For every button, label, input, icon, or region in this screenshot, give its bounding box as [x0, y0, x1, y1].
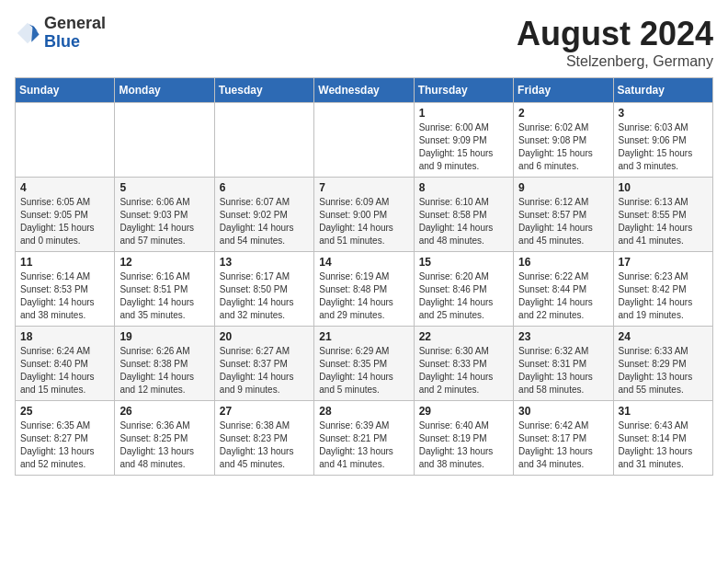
logo-blue-label: Blue: [44, 33, 106, 52]
calendar-cell: 28Sunrise: 6:39 AMSunset: 8:21 PMDayligh…: [314, 401, 414, 476]
calendar-cell: 30Sunrise: 6:42 AMSunset: 8:17 PMDayligh…: [514, 401, 613, 476]
day-info: Sunrise: 6:43 AMSunset: 8:14 PMDaylight:…: [619, 419, 708, 471]
logo-icon: [15, 20, 40, 46]
day-info: Sunrise: 6:40 AMSunset: 8:19 PMDaylight:…: [419, 419, 508, 471]
logo: General Blue: [15, 15, 106, 52]
day-number: 21: [319, 330, 408, 343]
day-info: Sunrise: 6:14 AMSunset: 8:53 PMDaylight:…: [20, 270, 109, 322]
calendar-cell: 24Sunrise: 6:33 AMSunset: 8:29 PMDayligh…: [613, 327, 712, 401]
day-number: 26: [119, 405, 209, 418]
day-info: Sunrise: 6:35 AMSunset: 8:27 PMDaylight:…: [20, 419, 109, 471]
day-info: Sunrise: 6:19 AMSunset: 8:48 PMDaylight:…: [319, 270, 408, 322]
calendar-cell: 12Sunrise: 6:16 AMSunset: 8:51 PMDayligh…: [115, 252, 214, 327]
day-info: Sunrise: 6:23 AMSunset: 8:42 PMDaylight:…: [619, 270, 708, 322]
day-number: 11: [20, 256, 109, 269]
calendar-cell: [115, 103, 214, 178]
calendar-cell: 31Sunrise: 6:43 AMSunset: 8:14 PMDayligh…: [613, 401, 712, 476]
day-number: 18: [20, 330, 109, 343]
day-info: Sunrise: 6:30 AMSunset: 8:33 PMDaylight:…: [419, 345, 508, 396]
calendar-cell: 13Sunrise: 6:17 AMSunset: 8:50 PMDayligh…: [214, 252, 313, 327]
day-number: 9: [518, 181, 608, 194]
day-number: 19: [119, 330, 209, 343]
day-info: Sunrise: 6:00 AMSunset: 9:09 PMDaylight:…: [419, 121, 508, 173]
day-number: 27: [220, 405, 309, 418]
day-info: Sunrise: 6:33 AMSunset: 8:29 PMDaylight:…: [619, 345, 708, 396]
logo-text: General Blue: [44, 15, 106, 52]
calendar-cell: [214, 103, 313, 178]
day-info: Sunrise: 6:22 AMSunset: 8:44 PMDaylight:…: [518, 270, 608, 322]
day-info: Sunrise: 6:03 AMSunset: 9:06 PMDaylight:…: [619, 121, 708, 173]
calendar-cell: 9Sunrise: 6:12 AMSunset: 8:57 PMDaylight…: [514, 178, 613, 252]
calendar-cell: 17Sunrise: 6:23 AMSunset: 8:42 PMDayligh…: [613, 252, 712, 327]
day-info: Sunrise: 6:39 AMSunset: 8:21 PMDaylight:…: [319, 419, 408, 471]
day-number: 5: [119, 181, 209, 194]
day-info: Sunrise: 6:07 AMSunset: 9:02 PMDaylight:…: [220, 196, 309, 247]
calendar-cell: 23Sunrise: 6:32 AMSunset: 8:31 PMDayligh…: [514, 327, 613, 401]
calendar-cell: 6Sunrise: 6:07 AMSunset: 9:02 PMDaylight…: [214, 178, 313, 252]
day-info: Sunrise: 6:27 AMSunset: 8:37 PMDaylight:…: [220, 345, 309, 396]
month-year-title: August 2024: [517, 15, 713, 53]
day-number: 29: [419, 405, 508, 418]
day-info: Sunrise: 6:12 AMSunset: 8:57 PMDaylight:…: [518, 196, 608, 247]
day-number: 4: [20, 181, 109, 194]
calendar-cell: 3Sunrise: 6:03 AMSunset: 9:06 PMDaylight…: [613, 103, 712, 178]
calendar-cell: 11Sunrise: 6:14 AMSunset: 8:53 PMDayligh…: [16, 252, 115, 327]
day-info: Sunrise: 6:06 AMSunset: 9:03 PMDaylight:…: [119, 196, 209, 247]
day-info: Sunrise: 6:09 AMSunset: 9:00 PMDaylight:…: [319, 196, 408, 247]
day-info: Sunrise: 6:29 AMSunset: 8:35 PMDaylight:…: [319, 345, 408, 396]
day-info: Sunrise: 6:10 AMSunset: 8:58 PMDaylight:…: [419, 196, 508, 247]
calendar-cell: 26Sunrise: 6:36 AMSunset: 8:25 PMDayligh…: [115, 401, 214, 476]
day-number: 10: [619, 181, 708, 194]
day-number: 12: [119, 256, 209, 269]
title-block: August 2024 Stelzenberg, Germany: [517, 15, 713, 70]
week-row-1: 1Sunrise: 6:00 AMSunset: 9:09 PMDaylight…: [16, 103, 713, 178]
day-number: 28: [319, 405, 408, 418]
calendar-cell: 29Sunrise: 6:40 AMSunset: 8:19 PMDayligh…: [414, 401, 513, 476]
calendar-header-row: SundayMondayTuesdayWednesdayThursdayFrid…: [16, 78, 713, 103]
day-info: Sunrise: 6:36 AMSunset: 8:25 PMDaylight:…: [119, 419, 209, 471]
calendar-cell: 21Sunrise: 6:29 AMSunset: 8:35 PMDayligh…: [314, 327, 414, 401]
day-number: 15: [419, 256, 508, 269]
day-number: 20: [220, 330, 309, 343]
calendar-cell: 27Sunrise: 6:38 AMSunset: 8:23 PMDayligh…: [214, 401, 313, 476]
day-info: Sunrise: 6:17 AMSunset: 8:50 PMDaylight:…: [220, 270, 309, 322]
calendar-cell: [314, 103, 414, 178]
calendar-cell: 4Sunrise: 6:05 AMSunset: 9:05 PMDaylight…: [16, 178, 115, 252]
day-header-sunday: Sunday: [16, 78, 115, 103]
calendar-table: SundayMondayTuesdayWednesdayThursdayFrid…: [15, 77, 713, 476]
calendar-cell: 2Sunrise: 6:02 AMSunset: 9:08 PMDaylight…: [514, 103, 613, 178]
calendar-cell: 5Sunrise: 6:06 AMSunset: 9:03 PMDaylight…: [115, 178, 214, 252]
day-number: 25: [20, 405, 109, 418]
day-header-wednesday: Wednesday: [314, 78, 414, 103]
day-info: Sunrise: 6:26 AMSunset: 8:38 PMDaylight:…: [119, 345, 209, 396]
day-number: 23: [518, 330, 608, 343]
week-row-5: 25Sunrise: 6:35 AMSunset: 8:27 PMDayligh…: [16, 401, 713, 476]
page-header: General Blue August 2024 Stelzenberg, Ge…: [15, 15, 713, 70]
calendar-cell: 15Sunrise: 6:20 AMSunset: 8:46 PMDayligh…: [414, 252, 513, 327]
location-label: Stelzenberg, Germany: [517, 53, 713, 70]
day-info: Sunrise: 6:13 AMSunset: 8:55 PMDaylight:…: [619, 196, 708, 247]
calendar-cell: 22Sunrise: 6:30 AMSunset: 8:33 PMDayligh…: [414, 327, 513, 401]
calendar-cell: 7Sunrise: 6:09 AMSunset: 9:00 PMDaylight…: [314, 178, 414, 252]
day-info: Sunrise: 6:05 AMSunset: 9:05 PMDaylight:…: [20, 196, 109, 247]
calendar-cell: 25Sunrise: 6:35 AMSunset: 8:27 PMDayligh…: [16, 401, 115, 476]
day-info: Sunrise: 6:02 AMSunset: 9:08 PMDaylight:…: [518, 121, 608, 173]
day-header-tuesday: Tuesday: [214, 78, 313, 103]
day-number: 7: [319, 181, 408, 194]
logo-general-label: General: [44, 15, 106, 33]
day-header-saturday: Saturday: [613, 78, 712, 103]
day-number: 31: [619, 405, 708, 418]
day-number: 3: [619, 107, 708, 120]
day-number: 13: [220, 256, 309, 269]
day-info: Sunrise: 6:16 AMSunset: 8:51 PMDaylight:…: [119, 270, 209, 322]
day-header-monday: Monday: [115, 78, 214, 103]
calendar-cell: 19Sunrise: 6:26 AMSunset: 8:38 PMDayligh…: [115, 327, 214, 401]
day-info: Sunrise: 6:38 AMSunset: 8:23 PMDaylight:…: [220, 419, 309, 471]
day-info: Sunrise: 6:20 AMSunset: 8:46 PMDaylight:…: [419, 270, 508, 322]
week-row-4: 18Sunrise: 6:24 AMSunset: 8:40 PMDayligh…: [16, 327, 713, 401]
day-number: 1: [419, 107, 508, 120]
day-number: 24: [619, 330, 708, 343]
calendar-cell: 10Sunrise: 6:13 AMSunset: 8:55 PMDayligh…: [613, 178, 712, 252]
calendar-cell: [16, 103, 115, 178]
day-number: 16: [518, 256, 608, 269]
